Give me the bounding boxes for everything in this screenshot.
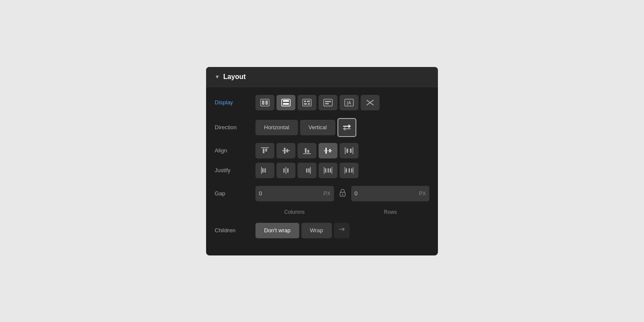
gap-rows-label: Rows [352, 209, 430, 215]
svg-rect-4 [283, 100, 289, 102]
gap-columns-label: Columns [255, 209, 334, 215]
svg-rect-13 [325, 103, 329, 104]
svg-rect-45 [325, 168, 326, 173]
children-reverse-button[interactable] [334, 223, 349, 238]
svg-rect-2 [265, 100, 268, 105]
svg-rect-26 [307, 150, 309, 153]
gap-row: Gap PX PX [215, 186, 429, 201]
panel-body: Display [206, 87, 438, 255]
display-inline-button[interactable] [319, 95, 337, 110]
display-controls: |A [255, 95, 429, 110]
gap-columns-input-wrap: PX [255, 186, 334, 201]
svg-rect-47 [330, 168, 331, 173]
display-flex-h-button[interactable] [255, 95, 274, 110]
svg-rect-50 [351, 168, 352, 173]
gap-sublabels: Columns Rows [215, 209, 429, 215]
align-stretch-button[interactable] [340, 143, 358, 158]
direction-label: Direction [215, 124, 255, 131]
gap-rows-input[interactable] [355, 190, 372, 197]
display-text-button[interactable]: |A [340, 95, 358, 110]
justify-center-button[interactable] [276, 163, 295, 178]
align-bottom-button[interactable] [298, 143, 316, 158]
svg-rect-6 [303, 99, 311, 106]
align-baseline-button[interactable] [319, 143, 337, 158]
gap-lock-icon[interactable] [339, 188, 346, 199]
gap-columns-unit: PX [323, 191, 330, 197]
dont-wrap-button[interactable]: Don't wrap [255, 223, 299, 238]
horizontal-button[interactable]: Horizontal [255, 120, 298, 135]
children-row: Children Don't wrap Wrap [215, 223, 429, 238]
svg-rect-8 [307, 100, 310, 102]
wrap-button[interactable]: Wrap [301, 223, 332, 238]
panel-title: Layout [223, 73, 246, 81]
gap-label: Gap [215, 190, 255, 197]
display-none-button[interactable] [361, 95, 380, 110]
justify-label: Justify [215, 167, 255, 173]
display-label: Display [215, 99, 255, 106]
justify-controls [255, 163, 429, 178]
collapse-icon[interactable]: ▼ [215, 74, 220, 80]
svg-rect-20 [265, 149, 267, 152]
svg-point-54 [342, 194, 343, 195]
direction-row: Direction Horizontal Vertical [215, 118, 429, 137]
svg-rect-22 [284, 148, 286, 154]
display-row: Display [215, 95, 429, 110]
direction-swap-button[interactable] [337, 118, 356, 137]
svg-rect-28 [325, 148, 327, 154]
gap-columns-input[interactable] [259, 190, 276, 197]
align-top-button[interactable] [255, 143, 274, 158]
align-label: Align [215, 147, 255, 154]
svg-rect-46 [328, 168, 329, 173]
align-row: Align [215, 143, 429, 158]
svg-rect-49 [349, 168, 350, 173]
gap-rows-input-wrap: PX [351, 186, 430, 201]
svg-rect-35 [262, 168, 264, 173]
justify-row: Justify [215, 163, 429, 178]
display-grid-button[interactable] [298, 95, 316, 110]
svg-rect-41 [306, 168, 307, 173]
panel-header: ▼ Layout [206, 67, 438, 87]
display-flex-v-button[interactable] [276, 95, 295, 110]
svg-rect-36 [264, 168, 266, 173]
align-controls [255, 143, 429, 158]
svg-rect-42 [308, 168, 310, 173]
svg-rect-7 [304, 100, 306, 102]
children-label: Children [215, 227, 255, 234]
align-center-h-button[interactable] [276, 143, 295, 158]
svg-rect-29 [329, 149, 331, 152]
svg-rect-48 [346, 168, 347, 173]
justify-start-button[interactable] [255, 163, 274, 178]
svg-rect-5 [283, 103, 289, 105]
svg-rect-23 [286, 149, 288, 152]
svg-rect-38 [283, 168, 285, 173]
svg-rect-33 [350, 149, 352, 153]
vertical-button[interactable]: Vertical [300, 120, 336, 135]
svg-text:|A: |A [347, 100, 351, 105]
svg-rect-12 [325, 101, 331, 102]
svg-rect-32 [346, 149, 348, 153]
svg-rect-1 [262, 100, 264, 105]
svg-rect-10 [308, 103, 310, 105]
justify-space-around-button[interactable] [340, 163, 358, 178]
direction-controls: Horizontal Vertical [255, 118, 429, 137]
gap-rows-unit: PX [419, 191, 426, 197]
svg-rect-25 [305, 148, 307, 153]
svg-rect-9 [304, 103, 307, 105]
justify-end-button[interactable] [298, 163, 316, 178]
layout-panel: ▼ Layout Display [206, 67, 438, 255]
justify-space-between-button[interactable] [319, 163, 337, 178]
children-controls: Don't wrap Wrap [255, 223, 429, 238]
svg-rect-39 [287, 168, 289, 173]
svg-rect-19 [263, 149, 264, 153]
svg-rect-11 [324, 99, 332, 106]
gap-controls: PX PX [255, 186, 429, 201]
